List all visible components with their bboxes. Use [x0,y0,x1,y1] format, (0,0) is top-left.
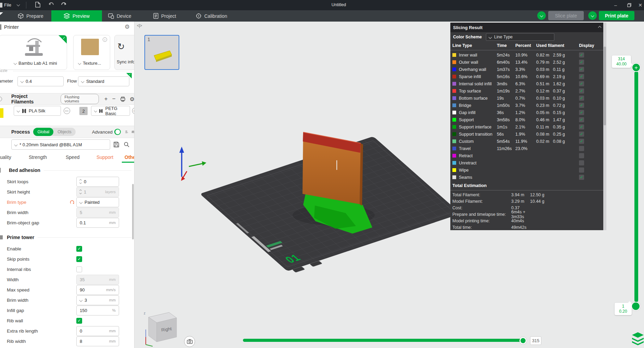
extra-rib-length-input[interactable]: 0mm [76,326,119,336]
panel-collapse-icon[interactable] [598,26,602,29]
layer-slider-top-handle[interactable]: + [632,63,641,72]
color-scheme-select[interactable]: Line Type [486,33,554,41]
filament-1-options-button[interactable]: ••• [64,108,70,114]
filament-2-options-button[interactable]: ••• [132,108,134,114]
flushing-volumes-button[interactable]: Flushing volumes [61,94,99,104]
display-checkbox[interactable]: ✓ [579,153,584,158]
restore-button[interactable] [623,0,635,10]
display-checkbox[interactable]: ✓ [579,81,584,86]
minimize-button[interactable]: – [610,0,621,10]
add-filament-button[interactable]: + [104,96,108,102]
timeline-slider-track[interactable] [243,339,524,342]
max-speed-input[interactable]: 90mm/s [76,285,119,295]
display-checkbox[interactable]: ✓ [579,124,584,129]
filament-2-select[interactable]: PETG Basic [91,106,130,116]
display-checkbox[interactable]: ✓ [579,67,584,72]
rib-wall-checkbox[interactable]: ✓ [76,318,82,324]
display-checkbox[interactable]: ✓ [579,60,584,65]
nozzle-diameter-select[interactable]: 0.4 [17,76,64,86]
process-global-segment[interactable]: Global [33,128,53,136]
remove-filament-button[interactable]: − [112,96,116,102]
filament-2-number-badge[interactable]: 2 [79,107,88,115]
brim-width-input[interactable]: 5mm [76,208,119,218]
search-preset-icon[interactable] [124,142,129,147]
tab-others[interactable]: Others [125,154,134,160]
flow-select[interactable]: Standard [78,76,129,86]
sync-filament-icon[interactable] [120,97,126,102]
skirt-loops-input[interactable]: 0 [76,177,119,187]
display-checkbox[interactable]: ✓ [579,146,584,151]
collapse-icon-fragment[interactable] [0,97,2,101]
layers-view-icon[interactable] [631,332,644,347]
filament-1-select[interactable]: PLA Silk [14,106,61,116]
tune-sliders-icon[interactable] [132,129,134,134]
filament-settings-gear-icon[interactable]: ⚙ [130,96,134,102]
save-preset-icon[interactable] [114,142,119,147]
display-checkbox[interactable]: ✓ [579,110,584,115]
preset-list-icon[interactable] [125,129,128,134]
sidebar-scrollbar[interactable] [132,184,134,239]
tab-project[interactable]: Project [148,10,182,22]
plate-thumbnail[interactable]: 1 [144,35,179,70]
tab-support[interactable]: Support [96,154,113,160]
rib-width-input[interactable]: 8mm [76,336,119,346]
sidebar-collapse-handle[interactable]: <|> [137,23,142,28]
print-options-dropdown[interactable] [588,11,597,20]
brim-type-select[interactable]: Painted [76,197,119,207]
plate-type-select[interactable]: Texture... [78,61,101,66]
layer-slider-track[interactable] [634,71,638,302]
redo-icon[interactable] [60,2,68,9]
display-checkbox[interactable]: ✓ [579,139,584,144]
orientation-cube[interactable]: Right z [144,308,181,348]
display-checkbox[interactable]: ✓ [579,117,584,122]
display-checkbox[interactable]: ✓ [579,52,584,58]
tower-brim-width-select[interactable]: 3 mm [76,295,119,305]
display-checkbox[interactable]: ✓ [579,103,584,108]
display-checkbox[interactable]: ✓ [579,167,584,173]
printer-model-select[interactable]: Bambu Lab A1 mini [14,61,57,66]
infill-gap-input[interactable]: 150% [76,306,119,315]
process-preset-select[interactable]: * 0.20mm Standard @BBL A1M [11,139,110,150]
display-checkbox[interactable]: ✓ [579,160,584,165]
tab-quality[interactable]: uality [0,154,11,160]
plate-info-icon[interactable]: i [103,37,107,42]
skip-points-checkbox[interactable]: ✓ [76,256,82,262]
tab-preview[interactable]: Preview [51,10,102,22]
panel-scrollbar[interactable] [603,23,606,230]
width-input[interactable]: 35mm [76,275,119,285]
plate-type-card[interactable]: i Texture... [73,35,110,70]
file-menu[interactable]: File [4,2,11,8]
print-plate-button[interactable]: Print plate [599,11,634,20]
slicing-result-header[interactable]: Slicing Result [450,23,606,32]
display-checkbox[interactable]: ✓ [579,88,584,94]
sync-info-card[interactable]: ↻ Sync info [114,35,134,70]
layer-slider-bottom-handle[interactable] [631,302,640,311]
timeline-slider-handle[interactable] [519,337,527,344]
enable-checkbox[interactable]: ✓ [76,246,82,252]
snapshot-camera-button[interactable] [184,336,195,347]
display-checkbox[interactable]: ✓ [579,175,584,180]
tab-strength[interactable]: Strength [29,154,47,160]
tab-prepare[interactable]: Prepare [12,10,49,22]
advanced-toggle[interactable] [114,129,121,135]
file-menu-chevron-icon[interactable] [17,3,20,7]
printer-settings-gear-icon[interactable]: ⚙ [125,23,130,30]
printer-card[interactable]: ✓ Bambu Lab A1 mini [0,35,67,70]
tab-device[interactable]: Device [103,10,137,22]
internal-ribs-checkbox[interactable] [76,266,82,272]
tab-speed[interactable]: Speed [66,154,79,160]
process-objects-segment[interactable]: Objects [53,128,76,136]
slice-options-dropdown[interactable] [537,11,546,20]
tab-calibration[interactable]: Calibration [190,10,233,22]
display-checkbox[interactable]: ✓ [579,132,584,137]
display-checkbox[interactable]: ✓ [579,74,584,79]
process-scope-toggle[interactable]: Global Objects [33,128,75,136]
new-file-icon[interactable] [34,2,42,9]
skirt-height-input[interactable]: 1 layers [76,187,119,197]
reset-value-icon[interactable] [70,200,75,204]
slice-plate-button[interactable]: Slice plate [548,11,584,20]
brim-object-gap-input[interactable]: 0.1mm [76,218,119,228]
filament-1-color-swatch[interactable] [0,108,3,118]
undo-icon[interactable] [47,2,55,9]
close-button[interactable]: ✕ [634,0,644,10]
